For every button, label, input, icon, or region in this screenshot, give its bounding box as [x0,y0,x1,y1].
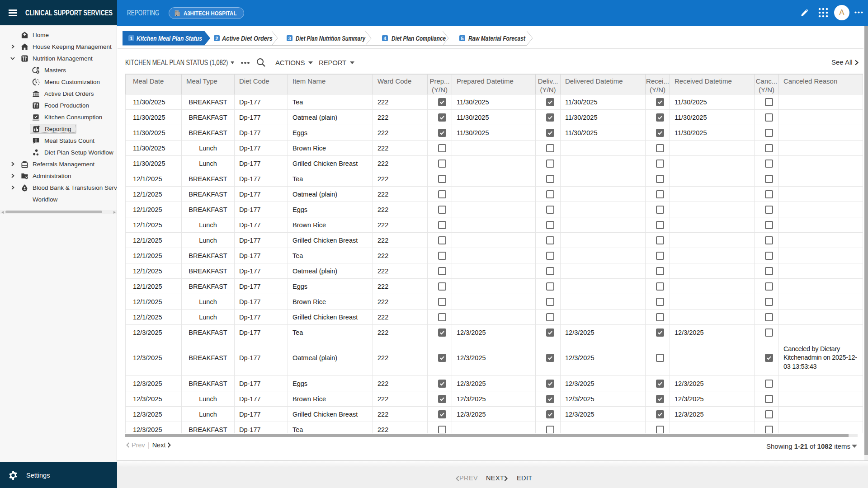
svg-text:3: 3 [288,36,291,41]
svg-text:Raw Material Forecast: Raw Material Forecast [468,34,526,42]
svg-text:5: 5 [461,36,463,41]
svg-text:Diet Plan Nutrition Summary: Diet Plan Nutrition Summary [296,34,365,42]
svg-text:Diet Plan Compliance: Diet Plan Compliance [392,34,446,42]
svg-text:2: 2 [215,36,218,41]
svg-text:1: 1 [130,36,132,41]
svg-text:4: 4 [383,36,387,41]
svg-text:Kitchen Meal Plan Status: Kitchen Meal Plan Status [137,34,202,42]
svg-text:Active Diet Orders: Active Diet Orders [222,34,273,42]
